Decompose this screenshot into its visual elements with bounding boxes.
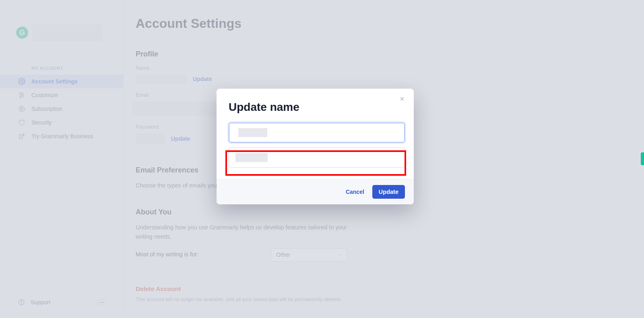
first-name-input-wrap: [229, 123, 402, 143]
first-name-input[interactable]: [229, 123, 405, 143]
last-name-input-wrap: [229, 148, 402, 168]
update-name-modal: Update name Cancel Update: [217, 89, 414, 204]
grammarly-edge-tab[interactable]: [641, 152, 644, 165]
last-name-input[interactable]: [229, 148, 405, 168]
modal-title: Update name: [229, 101, 402, 114]
update-button[interactable]: Update: [372, 185, 405, 199]
first-name-value-placeholder: [238, 128, 267, 137]
close-icon[interactable]: [398, 95, 406, 102]
cancel-button[interactable]: Cancel: [346, 189, 364, 195]
app-root: G MY ACCOUNT Account Settings Customize: [0, 0, 644, 318]
modal-footer: Cancel Update: [217, 179, 414, 204]
modal-body: Update name: [217, 89, 414, 179]
last-name-value-placeholder: [235, 153, 268, 162]
